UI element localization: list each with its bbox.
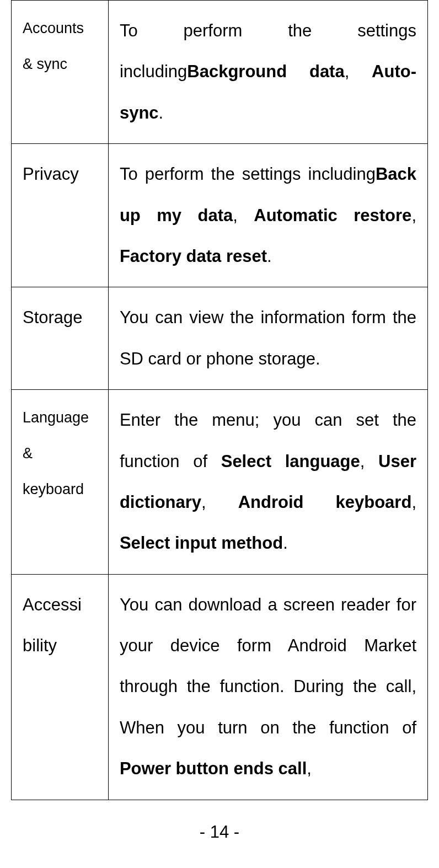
text-segment: . — [267, 247, 272, 266]
text-segment: You can download a screen reader for you… — [120, 595, 416, 737]
row-label: Accessi bility — [12, 574, 109, 800]
row-label: Accounts & sync — [12, 1, 109, 144]
bold-text: Select input method — [120, 533, 283, 553]
text-segment: To perform the settings including — [120, 164, 376, 184]
settings-table: Accounts & sync To perform the settings … — [11, 0, 428, 800]
page-number: - 14 - — [0, 822, 439, 842]
text-segment: , — [345, 62, 372, 81]
bold-text: Background data — [187, 62, 344, 81]
bold-text: Factory data reset — [120, 247, 267, 266]
row-label: Storage — [12, 287, 109, 390]
row-description: You can view the information form the SD… — [108, 287, 427, 390]
table-row: Accessi bility You can download a screen… — [12, 574, 428, 800]
row-description: Enter the menu; you can set the function… — [108, 390, 427, 575]
text-segment: . — [283, 533, 288, 553]
row-description: To perform the settings includingBackgro… — [108, 1, 427, 144]
table-row: Storage You can view the information for… — [12, 287, 428, 390]
row-description: You can download a screen reader for you… — [108, 574, 427, 800]
table-row: Privacy To perform the settings includin… — [12, 144, 428, 287]
row-label: Privacy — [12, 144, 109, 287]
bold-text: Automatic restore — [254, 206, 411, 225]
text-segment: , — [233, 206, 254, 225]
table-row: Accounts & sync To perform the settings … — [12, 1, 428, 144]
text-segment: You can view the information form the SD… — [120, 308, 416, 368]
text-segment: , — [307, 759, 312, 778]
bold-text: Android keyboard — [238, 492, 412, 512]
row-label: Language & keyboard — [12, 390, 109, 575]
text-segment: , — [411, 206, 416, 225]
text-segment: , — [201, 492, 238, 512]
text-segment: , — [360, 452, 378, 471]
text-segment: . — [159, 103, 164, 122]
text-segment: , — [411, 492, 416, 512]
bold-text: Power button ends call — [120, 759, 307, 778]
table-row: Language & keyboard Enter the menu; you … — [12, 390, 428, 575]
bold-text: Select language — [221, 452, 360, 471]
row-description: To perform the settings includingBack up… — [108, 144, 427, 287]
